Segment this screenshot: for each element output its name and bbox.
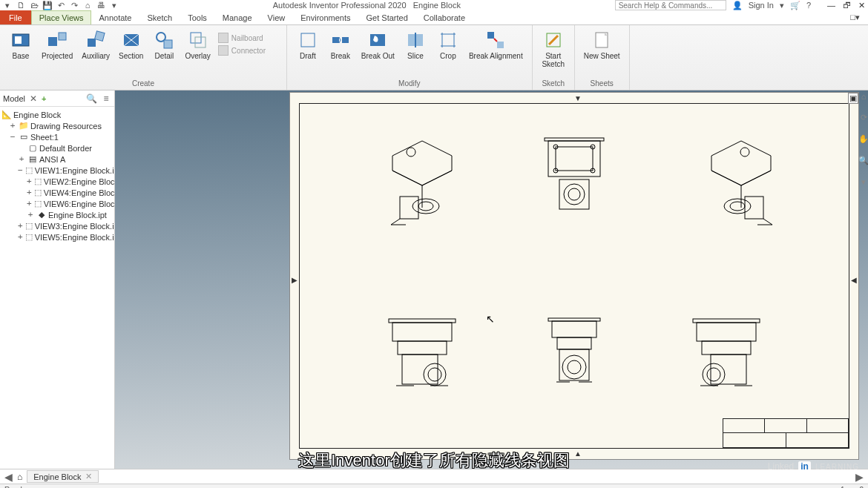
tree-item[interactable]: +◆Engine Block.ipt [1,209,113,220]
base-button[interactable]: Base [4,28,37,78]
tab-manage[interactable]: Manage [215,10,260,24]
svg-rect-19 [487,32,494,39]
right-toolbar: ⌂ ⟳ ✋ 🔍 ▾ [859,92,868,187]
redo-icon[interactable]: ↷ [70,1,79,10]
nav-more-icon[interactable]: ▾ [861,177,866,187]
svg-rect-26 [400,197,418,219]
tree-item[interactable]: +⬚VIEW2:Engine Block.i [1,176,113,187]
print-icon[interactable]: 🖶 [96,1,105,10]
part-icon: ◆ [36,210,46,220]
view1-iso[interactable] [374,133,463,245]
breakout-button[interactable]: Break Out [357,28,399,78]
browser-tree[interactable]: 📐Engine Block +📁Drawing Resources−▭Sheet… [0,107,114,245]
tab-tools[interactable]: Tools [180,10,215,24]
view5-front[interactable] [537,315,626,404]
undo-icon[interactable]: ↶ [56,1,65,10]
tab-sketch[interactable]: Sketch [140,10,181,24]
tab-annotate[interactable]: Annotate [91,10,139,24]
tree-item[interactable]: −⬚VIEW1:Engine Block.ipt [1,165,113,176]
scroll-right-icon[interactable]: ▶ [855,471,864,483]
browser-add-icon[interactable]: + [42,94,46,103]
tree-item[interactable]: −▭Sheet:1 [1,131,113,142]
nav-pan-icon[interactable]: ✋ [858,134,868,144]
view6-side[interactable] [685,315,775,404]
svg-rect-14 [332,37,339,43]
file-tab[interactable]: File [0,10,31,24]
connector-icon [218,45,228,56]
doc-tab-close-icon[interactable]: ✕ [85,472,92,481]
save-icon[interactable]: 💾 [43,1,52,10]
nailboard-button: Nailboard [218,33,282,43]
home-icon[interactable]: ⌂ [83,1,92,10]
overlay-button[interactable]: Overlay [180,28,214,78]
dropdown-icon[interactable]: ▾ [780,1,784,10]
view4-side[interactable] [381,315,470,404]
tab-collaborate[interactable]: Collaborate [416,10,473,24]
svg-point-52 [568,360,581,374]
detail-button[interactable]: Detail [148,28,180,78]
svg-rect-42 [392,323,452,341]
title-block[interactable] [723,418,849,448]
tree-item[interactable]: +▤ANSI A [1,154,113,165]
search-input[interactable] [615,0,726,10]
viewport-expand-icon[interactable]: ▣ [848,93,858,104]
auxiliary-button[interactable]: Auxiliary [77,28,114,78]
tree-item[interactable]: +📁Drawing Resources [1,120,113,131]
tree-item[interactable]: +⬚VIEW6:Engine Block.i [1,198,113,209]
section-button[interactable]: Section [114,28,148,78]
view2-top[interactable] [537,133,626,230]
qat-more-icon[interactable]: ▾ [110,1,119,10]
new-icon[interactable]: 🗋 [16,1,25,10]
crop-button[interactable]: Crop [432,28,464,78]
drawing-canvas[interactable]: ▼ ▲ ▶ ◀ ▣ ↖ ⌂ ⟳ ✋ 🔍 ▾ [115,90,868,469]
tab-get-started[interactable]: Get Started [359,10,416,24]
nav-orbit-icon[interactable]: ⟳ [861,113,867,122]
start-sketch-button[interactable]: Start Sketch [537,28,570,78]
draft-button[interactable]: Draft [292,28,324,78]
svg-rect-43 [398,341,447,355]
user-icon[interactable]: 👤 [732,1,743,10]
tree-item[interactable]: +⬚VIEW4:Engine Block.i [1,187,113,198]
app-menu-icon[interactable]: ▾ [3,1,12,10]
minimize-icon[interactable]: — [827,1,835,10]
view3-iso[interactable] [693,133,782,245]
close-icon[interactable]: ✕ [858,1,865,10]
svg-rect-59 [693,319,760,323]
restore-icon[interactable]: 🗗 [843,1,851,10]
signin-label[interactable]: Sign In [749,1,774,10]
slice-button[interactable]: Slice [399,28,432,78]
help-icon[interactable]: ? [806,1,811,10]
tab-view[interactable]: View [260,10,294,24]
new-sheet-button[interactable]: New Sheet [579,28,625,78]
titleblock-icon: ▤ [27,154,37,164]
browser-title: Model [3,94,25,103]
doc-home-icon[interactable]: ⌂ [17,472,22,482]
folder-icon: 📁 [19,121,28,131]
svg-point-51 [562,355,586,379]
break-alignment-button[interactable]: Break Alignment [464,28,527,78]
ribbon-help-icon[interactable]: □▾ [843,10,868,24]
search-icon[interactable]: 🔍 [86,93,96,104]
projected-button[interactable]: Projected [37,28,77,78]
nav-home-icon[interactable]: ⌂ [861,92,867,101]
model-browser: Model ✕ + 🔍 ≡ 📐Engine Block +📁Drawing Re… [0,90,115,469]
tab-place-views[interactable]: Place Views [31,10,92,24]
tab-environments[interactable]: Environments [293,10,358,24]
svg-point-46 [428,368,441,381]
tree-root[interactable]: 📐Engine Block [1,109,113,120]
break-button[interactable]: Break [324,28,357,78]
nav-zoom-icon[interactable]: 🔍 [858,156,868,165]
tree-item[interactable]: +⬚VIEW5:Engine Block.ipt [1,231,113,243]
sheet[interactable]: ▼ ▲ ▶ ◀ ▣ [289,92,859,460]
svg-point-35 [564,184,585,205]
tree-item[interactable]: ▢Default Border [1,142,113,154]
document-tab[interactable]: Engine Block✕ [27,470,99,483]
open-icon[interactable]: 🗁 [30,1,39,10]
svg-rect-44 [402,355,438,384]
tree-item[interactable]: +⬚VIEW3:Engine Block.ipt [1,220,113,231]
browser-close-icon[interactable]: ✕ [30,93,37,104]
scroll-left-icon[interactable]: ◀ [4,471,13,483]
filter-icon[interactable]: ≡ [101,93,111,104]
view-icon: ⬚ [25,232,33,242]
cart-icon[interactable]: 🛒 [790,1,800,10]
